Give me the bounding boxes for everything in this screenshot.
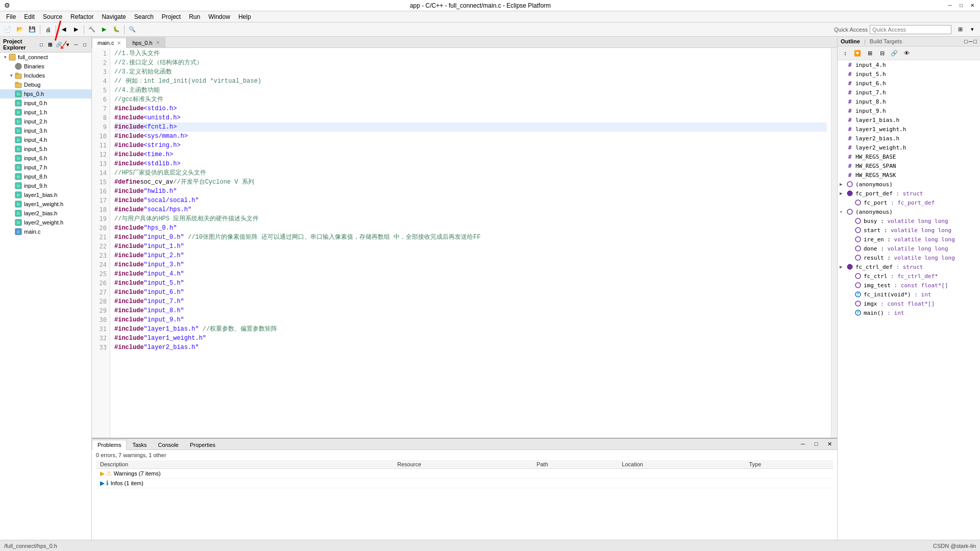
tree-item-layer1-weight-h[interactable]: hlayer1_weight.h (0, 199, 91, 209)
outline-link-button[interactable]: 🔗 (889, 47, 900, 59)
outline-item-input-4-h[interactable]: #input_4.h (838, 60, 980, 69)
bottom-maximize-button[interactable]: □ (811, 438, 822, 449)
outline-expand-button[interactable]: ⊞ (864, 47, 875, 59)
outline-item-HW-REGS-BASE[interactable]: #HW_REGS_BASE (838, 152, 980, 161)
outline-item-fc-ctrl---fc-ctrl-def-[interactable]: fc_ctrl : fc_ctrl_def* (838, 271, 980, 281)
quick-access-input[interactable] (870, 25, 951, 34)
code-line-4[interactable]: // 例如：int led_init(void *virtual_base) (114, 77, 827, 86)
outline-item-ire-en---volatile-long-long[interactable]: ire_en : volatile long long (838, 235, 980, 244)
tree-item-main-c[interactable]: cmain.c (0, 227, 91, 236)
code-line-15[interactable]: #define soc_cv_av //开发平台Cyclone V 系列 (114, 178, 827, 187)
save-button[interactable]: 💾 (27, 24, 38, 35)
forward-button[interactable]: ▶ (70, 24, 82, 35)
col-description[interactable]: Description (96, 460, 393, 469)
code-line-18[interactable]: #include "socal/hps.h" (114, 205, 827, 214)
editor-scrollbar[interactable] (831, 48, 837, 438)
col-resource[interactable]: Resource (393, 460, 532, 469)
menu-project[interactable]: Project (158, 12, 185, 21)
tree-item-hps-0-h[interactable]: hhps_0.h (0, 89, 91, 98)
code-line-11[interactable]: #include <string.h> (114, 141, 827, 150)
outline-hide-button[interactable]: 👁 (901, 47, 912, 59)
code-line-25[interactable]: #include "input_4.h" (114, 269, 827, 279)
menu-window[interactable]: Window (204, 12, 234, 21)
tree-item-input-7-h[interactable]: hinput_7.h (0, 163, 91, 172)
code-line-8[interactable]: #include <unistd.h> (114, 113, 827, 122)
code-line-33[interactable]: #include "layer2_bias.h" (114, 343, 827, 352)
menu-help[interactable]: Help (234, 12, 255, 21)
print-button[interactable]: 🖨 (42, 24, 54, 35)
code-line-29[interactable]: #include "input_8.h" (114, 306, 827, 315)
outline-item-layer1-bias-h[interactable]: #layer1_bias.h (838, 115, 980, 124)
tab-problems[interactable]: Problems (92, 440, 127, 450)
code-line-14[interactable]: //HPS厂家提供的底层定义头文件 (114, 168, 827, 178)
code-line-22[interactable]: #include "input_1.h" (114, 242, 827, 251)
tree-item-input-6-h[interactable]: hinput_6.h (0, 154, 91, 163)
new-button[interactable]: 📄 (2, 24, 13, 35)
build-button[interactable]: 🔨 (86, 24, 97, 35)
outline-item-layer2-bias-h[interactable]: #layer2_bias.h (838, 134, 980, 143)
code-line-1[interactable]: //1.导入头文件 (114, 49, 827, 58)
code-line-26[interactable]: #include "input_5.h" (114, 279, 827, 288)
tree-item-input-2-h[interactable]: hinput_2.h (0, 117, 91, 126)
tree-item-input-4-h[interactable]: hinput_4.h (0, 135, 91, 144)
outline-item-input-8-h[interactable]: #input_8.h (838, 97, 980, 106)
outline-item-busy---volatile-long-long[interactable]: busy : volatile long long (838, 216, 980, 226)
problem-row[interactable]: ▶ ⚠ Warnings (7 items) (96, 469, 833, 479)
code-line-2[interactable]: //2.接口定义（结构体的方式） (114, 58, 827, 67)
menu-refactor[interactable]: Refactor (66, 12, 97, 21)
outline-item-HW-REGS-MASK[interactable]: #HW_REGS_MASK (838, 170, 980, 180)
menu-search[interactable]: Search (130, 12, 158, 21)
tab-main-c[interactable]: main.c ✕ (92, 38, 127, 48)
open-button[interactable]: 📂 (14, 24, 26, 35)
outline-item-layer2-weight-h[interactable]: #layer2_weight.h (838, 143, 980, 152)
menu-edit[interactable]: Edit (20, 12, 39, 21)
code-line-31[interactable]: #include "layer1_bias.h" //权重参数、偏置参数矩阵 (114, 324, 827, 334)
code-line-24[interactable]: #include "input_3.h" (114, 260, 827, 269)
menu-source[interactable]: Source (39, 12, 66, 21)
tree-item-layer2-weight-h[interactable]: hlayer2_weight.h (0, 218, 91, 227)
code-line-16[interactable]: #include "hwlib.h" (114, 187, 827, 196)
outline-max-button[interactable]: □ (973, 38, 977, 44)
outline-item-input-5-h[interactable]: #input_5.h (838, 69, 980, 79)
outline-item-fc-init-void-----int[interactable]: ffc_init(void*) : int (838, 290, 980, 299)
code-line-23[interactable]: #include "input_2.h" (114, 251, 827, 260)
code-line-5[interactable]: //4.主函数功能 (114, 86, 827, 95)
outline-item-imgx---const-float---[interactable]: imgx : const float*[] (838, 299, 980, 308)
outline-item-fc-port-def---struct[interactable]: ▶fc_port_def : struct (838, 189, 980, 198)
bottom-close-button[interactable]: ✕ (824, 438, 835, 449)
outline-sort-button[interactable]: ↕ (840, 47, 851, 59)
tree-item-layer1-bias-h[interactable]: hlayer1_bias.h (0, 190, 91, 199)
tab-console[interactable]: Console (153, 439, 184, 449)
col-path[interactable]: Path (532, 460, 618, 469)
build-targets-tab[interactable]: Build Targets (870, 38, 902, 44)
pe-menu-button[interactable]: ▾ (64, 41, 71, 48)
col-type[interactable]: Type (745, 460, 834, 469)
code-line-21[interactable]: #include "input_0.h" //10张图片的像素值矩阵 还可以通过… (114, 233, 827, 242)
tab-hps-0-h[interactable]: hps_0.h ✕ (127, 37, 165, 47)
tree-item-full-connect[interactable]: ▾full_connect (0, 53, 91, 62)
outline-collapse-button[interactable]: □ (964, 38, 968, 44)
tree-item-input-3-h[interactable]: hinput_3.h (0, 126, 91, 135)
outline-item-input-6-h[interactable]: #input_6.h (838, 79, 980, 88)
bottom-minimize-button[interactable]: ─ (797, 438, 808, 449)
tree-item-input-1-h[interactable]: hinput_1.h (0, 108, 91, 117)
close-button[interactable]: ✕ (969, 2, 976, 9)
outline-item-input-9-h[interactable]: #input_9.h (838, 106, 980, 115)
tab-properties[interactable]: Properties (184, 439, 221, 449)
pe-max-button[interactable]: □ (81, 41, 88, 48)
outline-tab[interactable]: Outline (841, 38, 860, 44)
outline-item-result---volatile-long-long[interactable]: result : volatile long long (838, 253, 980, 262)
menu-navigate[interactable]: Navigate (97, 12, 130, 21)
outline-item--anonymous-[interactable]: ▾(anonymous) (838, 207, 980, 216)
col-location[interactable]: Location (618, 460, 745, 469)
code-line-27[interactable]: #include "input_6.h" (114, 288, 827, 297)
pe-expand-button[interactable]: ⊞ (46, 41, 54, 48)
tree-item-Includes[interactable]: ▾Includes (0, 71, 91, 80)
tree-item-layer2-bias-h[interactable]: hlayer2_bias.h (0, 209, 91, 218)
debug-button[interactable]: 🐛 (111, 24, 122, 35)
outline-item-done---volatile-long-long[interactable]: done : volatile long long (838, 244, 980, 253)
pe-collapse-button[interactable]: □ (38, 41, 45, 48)
code-line-10[interactable]: #include <sys/mman.h> (114, 132, 827, 141)
outline-item--anonymous-[interactable]: ▶(anonymous) (838, 180, 980, 189)
code-line-20[interactable]: #include "hps_0.h" (114, 223, 827, 233)
